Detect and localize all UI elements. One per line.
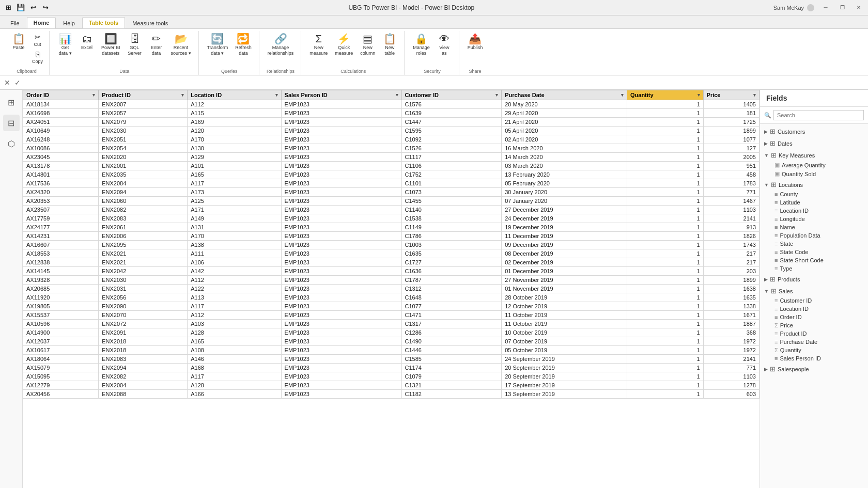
table-row[interactable]: AX14145ENX2042A142EMP1023C163601 Decembe… [23,267,760,276]
transform-data-button[interactable]: 🔄 Transformdata ▾ [204,32,231,58]
tree-item-type[interactable]: ≡ Type [760,264,868,273]
table-row[interactable]: AX14900ENX2091A128EMP1023C128610 October… [23,328,760,337]
tree-item-location-id[interactable]: ≡ Location ID [760,207,868,215]
tab-home[interactable]: Home [27,17,56,28]
table-row[interactable]: AX24177ENX2061A131EMP1023C114919 Decembe… [23,223,760,232]
table-row[interactable]: AX17536ENX2084A117EMP1023C110105 Februar… [23,179,760,188]
tree-item-longitude[interactable]: ≡ Longitude [760,215,868,223]
table-row[interactable]: AX23045ENX2020A129EMP1023C111714 March 2… [23,153,760,162]
power-bi-datasets-button[interactable]: 🔲 Power BIdatasets [98,32,123,58]
quick-measure-button[interactable]: ⚡ Quickmeasure [332,32,356,58]
new-column-button[interactable]: ▤ Newcolumn [357,32,378,58]
manage-roles-button[interactable]: 🔒 Manageroles [410,32,433,58]
col-header-location-id[interactable]: Location ID▾ [188,90,281,100]
table-row[interactable]: AX14231ENX2006A170EMP1023C178611 Decembe… [23,232,760,241]
formula-cancel[interactable]: ✕ [4,78,10,87]
recent-sources-button[interactable]: 📂 Recentsources ▾ [168,32,194,58]
paste-button[interactable]: 📋 Paste [8,32,29,52]
data-view-icon[interactable]: ⊟ [3,115,20,131]
table-row[interactable]: AX10617ENX2018A108EMP1023C144605 October… [23,346,760,355]
table-row[interactable]: AX10649ENX2030A120EMP1023C159505 April 2… [23,127,760,135]
tree-item-sales-person-id[interactable]: ≡ Sales Person ID [760,354,868,363]
table-row[interactable]: AX24051ENX2079A169EMP1023C144721 April 2… [23,118,760,127]
tree-group-header-locations[interactable]: ▼ ⊞ Locations [760,179,868,190]
table-row[interactable]: AX24320ENX2094A173EMP1023C107330 January… [23,188,760,197]
tree-item-quantity[interactable]: Σ Quantity [760,346,868,354]
tree-item-customer-id[interactable]: ≡ Customer ID [760,296,868,305]
new-measure-button[interactable]: Σ Newmeasure [306,32,331,58]
table-row[interactable]: AX15079ENX2094A168EMP1023C117420 Septemb… [23,364,760,372]
table-row[interactable]: AX18064ENX2083A146EMP1023C158524 Septemb… [23,355,760,364]
table-row[interactable]: AX10596ENX2072A103EMP1023C131711 October… [23,320,760,328]
table-row[interactable]: AX20685ENX2031A122EMP1023C131201 Novembe… [23,285,760,293]
table-row[interactable]: AX15537ENX2070A112EMP1023C147111 October… [23,311,760,320]
col-header-quantity[interactable]: Quantity▾ [627,90,704,100]
data-area[interactable]: Order ID▾Product ID▾Location ID▾Sales Pe… [23,90,760,488]
table-row[interactable]: AX17759ENX2083A149EMP1023C153824 Decembe… [23,214,760,223]
cut-button[interactable]: ✂ Cut [30,32,45,48]
get-data-button[interactable]: 📊 Getdata ▾ [55,32,75,58]
minimize-button[interactable]: ─ [820,3,831,13]
table-row[interactable]: AX20353ENX2060A125EMP1023C145507 January… [23,197,760,206]
col-header-order-id[interactable]: Order ID▾ [23,90,99,100]
tree-item-product-id[interactable]: ≡ Product ID [760,329,868,338]
table-row[interactable]: AX16698ENX2057A115EMP1023C163929 April 2… [23,109,760,118]
tree-item-price[interactable]: Σ Price [760,321,868,329]
tab-measure-tools[interactable]: Measure tools [126,18,174,28]
sql-server-button[interactable]: 🗄 SQLServer [125,32,145,58]
tree-item-state-code[interactable]: ≡ State Code [760,248,868,256]
restore-button[interactable]: ❐ [837,3,847,13]
copy-button[interactable]: ⎘ Copy [30,49,45,65]
col-header-product-id[interactable]: Product ID▾ [99,90,188,100]
tree-item-latitude[interactable]: ≡ Latitude [760,198,868,207]
report-view-icon[interactable]: ⊞ [3,94,20,111]
table-row[interactable]: AX11920ENX2056A113EMP1023C164828 October… [23,293,760,302]
table-row[interactable]: AX19328ENX2030A112EMP1023C178727 Novembe… [23,276,760,285]
table-row[interactable]: AX19805ENX2090A117EMP1023C107712 October… [23,302,760,311]
table-row[interactable]: AX13178ENX2001A101EMP1023C110603 March 2… [23,162,760,170]
tree-item-order-id[interactable]: ≡ Order ID [760,313,868,321]
tree-item-state-short-code[interactable]: ≡ State Short Code [760,256,868,264]
tab-file[interactable]: File [4,18,26,28]
tree-item-average-quantity[interactable]: ▣ Average Quantity [760,161,868,169]
tab-help[interactable]: Help [57,18,81,28]
tree-item-state[interactable]: ≡ State [760,240,868,248]
table-row[interactable]: AX23507ENX2082A171EMP1023C114027 Decembe… [23,206,760,214]
manage-relationships-button[interactable]: 🔗 Managerelationships [265,32,297,58]
model-view-icon[interactable]: ⬡ [3,135,20,152]
col-header-sales-person-id[interactable]: Sales Person ID▾ [281,90,401,100]
col-header-price[interactable]: Price▾ [703,90,759,100]
table-row[interactable]: AX20456ENX2088A166EMP1023C118213 Septemb… [23,390,760,399]
redo-icon[interactable]: ↪ [41,4,50,12]
table-row[interactable]: AX12037ENX2018A165EMP1023C149007 October… [23,337,760,346]
tree-group-header-dates[interactable]: ▶ ⊞ Dates [760,138,868,149]
tree-item-location-id[interactable]: ≡ Location ID [760,305,868,313]
tree-item-name[interactable]: ≡ Name [760,223,868,231]
formula-confirm[interactable]: ✓ [14,78,21,87]
col-header-purchase-date[interactable]: Purchase Date▾ [502,90,627,100]
enter-data-button[interactable]: ✏ Enterdata [146,32,167,58]
table-row[interactable]: AX16607ENX2095A138EMP1023C100309 Decembe… [23,241,760,249]
close-button[interactable]: ✕ [854,3,864,13]
publish-button[interactable]: 📤 Publish [464,32,486,52]
tree-item-population-data[interactable]: ≡ Population Data [760,231,868,240]
search-input[interactable] [773,110,864,120]
table-row[interactable]: AX16248ENX2051A170EMP1023C109202 April 2… [23,135,760,144]
table-row[interactable]: AX12279ENX2004A128EMP1023C132117 Septemb… [23,381,760,390]
tree-group-header-sales[interactable]: ▼ ⊞ Sales [760,286,868,296]
table-row[interactable]: AX18134ENX2007A112EMP1023C157620 May 202… [23,100,760,109]
table-row[interactable]: AX15095ENX2082A117EMP1023C107920 Septemb… [23,372,760,381]
tree-group-header-products[interactable]: ▶ ⊞ Products [760,274,868,285]
table-row[interactable]: AX18553ENX2021A111EMP1023C163508 Decembe… [23,249,760,258]
table-row[interactable]: AX14801ENX2035A165EMP1023C175213 Februar… [23,170,760,179]
tree-group-header-customers[interactable]: ▶ ⊞ Customers [760,126,868,137]
tree-group-header-salespeople[interactable]: ▶ ⊞ Salespeople [760,364,868,374]
tab-table-tools[interactable]: Table tools [82,17,125,28]
col-header-customer-id[interactable]: Customer ID▾ [401,90,502,100]
tree-item-county[interactable]: ≡ County [760,190,868,198]
refresh-button[interactable]: 🔁 Refreshdata [232,32,255,58]
table-row[interactable]: AX10086ENX2054A130EMP1023C152616 March 2… [23,144,760,153]
table-row[interactable]: AX12838ENX2021A106EMP1023C172702 Decembe… [23,258,760,267]
tree-item-quantity-sold[interactable]: ▣ Quantity Sold [760,169,868,178]
excel-button[interactable]: 🗂 Excel [76,32,97,52]
